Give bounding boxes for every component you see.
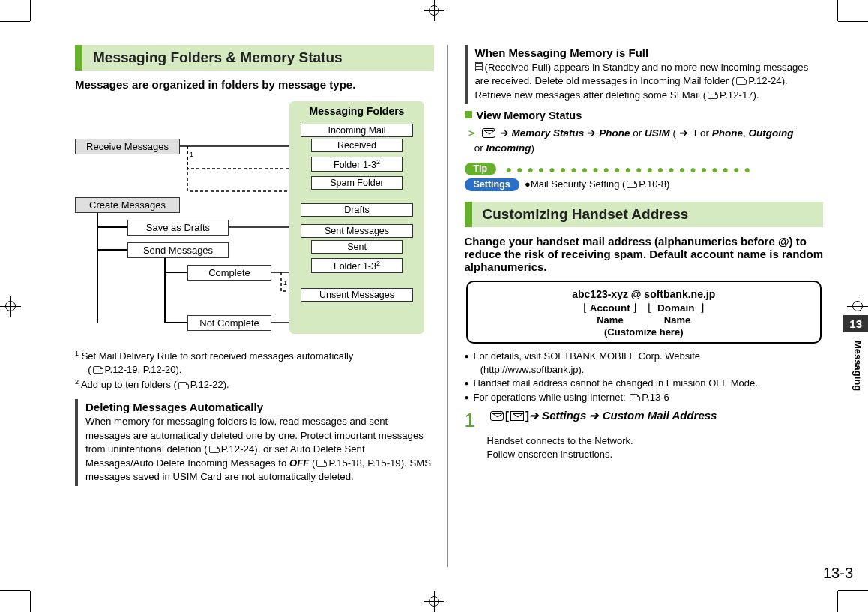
box-complete: Complete — [187, 265, 271, 280]
chapter-tab-label: Messaging — [848, 338, 868, 394]
cropmark — [30, 591, 31, 612]
mail-key-icon — [490, 411, 504, 421]
address-example-box: abc123-xyz @ softbank.ne.jp ⌊ Account ⌋ … — [466, 280, 822, 344]
tip-row: Tip ●●●●●●●●●●●●●●●●●●●●●●● — [465, 162, 824, 176]
box-incoming-mail: Incoming Mail — [301, 124, 413, 137]
box-receive-messages: Receive Messages — [75, 139, 180, 154]
customize-lead: Change your handset mail address (alphan… — [465, 235, 824, 273]
box-create-messages: Create Messages — [75, 197, 180, 213]
cropmark — [30, 0, 31, 21]
memory-full-block: When Messaging Memory is Full (Received … — [465, 45, 824, 104]
footnote-1: 1 Set Mail Delivery Rule to sort receive… — [75, 349, 434, 376]
page-ref-icon — [630, 394, 640, 401]
section-heading-customize: Customizing Handset Address — [465, 202, 824, 227]
memory-full-body: (Received Full) appears in Standby and n… — [475, 61, 824, 102]
address-customize-here: (Customize here) — [475, 326, 813, 338]
box-send-messages: Send Messages — [127, 242, 229, 258]
folders-container: Messaging Folders Incoming Mail Received… — [289, 101, 424, 334]
box-folder13b: Folder 1-32 — [311, 258, 403, 273]
page-ref-icon — [708, 92, 718, 99]
page-ref-icon — [178, 382, 189, 389]
dots-divider: ●●●●●●●●●●●●●●●●●●●●●●● — [505, 164, 755, 176]
deleting-auto-title: Deleting Messages Automatically — [85, 400, 434, 413]
bullet-1: For details, visit SOFTBANK MOBILE Corp.… — [465, 350, 824, 376]
address-labels: ⌊ Account ⌋ ⌊ Domain ⌋ — [475, 302, 813, 314]
box-unsent: Unsent Messages — [301, 288, 413, 302]
cropmark — [838, 21, 868, 22]
folders-diagram: 1 1 — [75, 101, 434, 341]
section-heading-memory: Messaging Folders & Memory Status — [75, 45, 434, 70]
page-number: 13-3 — [823, 565, 853, 582]
page-ref-icon — [209, 446, 220, 453]
step-text: []➔ Settings ➔ Custom Mail Address — [489, 409, 717, 422]
tip-pill: Tip — [465, 163, 497, 176]
footnote-2: 2 Add up to ten folders (P.12-22). — [75, 377, 434, 392]
svg-text:1: 1 — [283, 279, 287, 286]
registration-mark — [424, 591, 444, 612]
address-name-row: Name Name — [475, 314, 813, 326]
svg-text:1: 1 — [190, 151, 193, 158]
received-full-icon — [475, 62, 483, 71]
memory-full-title: When Messaging Memory is Full — [475, 46, 824, 59]
customize-bullets: For details, visit SOFTBANK MOBILE Corp.… — [465, 350, 824, 404]
chapter-tab-number: 13 — [843, 315, 868, 332]
mail-key-icon — [482, 128, 495, 138]
box-received: Received — [311, 139, 403, 152]
registration-mark — [847, 296, 868, 316]
bullet-3: For operations while using Internet: P.1… — [465, 391, 824, 404]
mail-envelope-icon — [510, 411, 524, 421]
deleting-auto-block: Deleting Messages Automatically When mem… — [75, 399, 434, 485]
bullet-2: Handset mail address cannot be changed i… — [465, 376, 824, 390]
page-ref-icon — [93, 366, 103, 374]
page-ref-icon — [736, 77, 747, 85]
page-ref-icon — [627, 181, 637, 188]
step-number: 1 — [465, 409, 486, 432]
registration-mark — [424, 0, 444, 21]
box-sent-messages: Sent Messages — [301, 224, 413, 238]
registration-mark — [0, 296, 21, 316]
step-sub1: Handset connects to the Network. — [487, 434, 824, 448]
square-bullet-icon — [465, 111, 472, 118]
box-spam: Spam Folder — [311, 176, 403, 190]
cropmark — [0, 21, 30, 22]
settings-pill: Settings — [465, 178, 519, 191]
lead-text: Messages are organized in folders by mes… — [75, 78, 434, 91]
view-memory-heading: View Memory Status — [465, 110, 824, 122]
box-drafts: Drafts — [301, 203, 413, 217]
address-email: abc123-xyz @ softbank.ne.jp — [475, 288, 813, 300]
cropmark — [838, 590, 868, 591]
view-memory-nav: ＞➔Memory Status➔Phone or USIM (➔ For Pho… — [466, 124, 824, 155]
settings-line: Settings ●Mail Security Setting (P.10-8) — [465, 178, 824, 191]
deleting-auto-body: When memory for messaging folders is low… — [85, 415, 434, 484]
page-ref-icon — [316, 460, 327, 467]
cropmark — [837, 0, 838, 21]
step-1: 1 []➔ Settings ➔ Custom Mail Address Han… — [465, 409, 824, 461]
cropmark — [0, 590, 30, 591]
folders-title: Messaging Folders — [290, 102, 424, 122]
cropmark — [837, 591, 838, 612]
step-sub2: Follow onscreen instructions. — [487, 448, 824, 461]
box-folder13a: Folder 1-32 — [311, 157, 403, 172]
box-not-complete: Not Complete — [187, 315, 271, 331]
box-sent: Sent — [311, 240, 403, 254]
box-save-drafts: Save as Drafts — [127, 220, 229, 236]
